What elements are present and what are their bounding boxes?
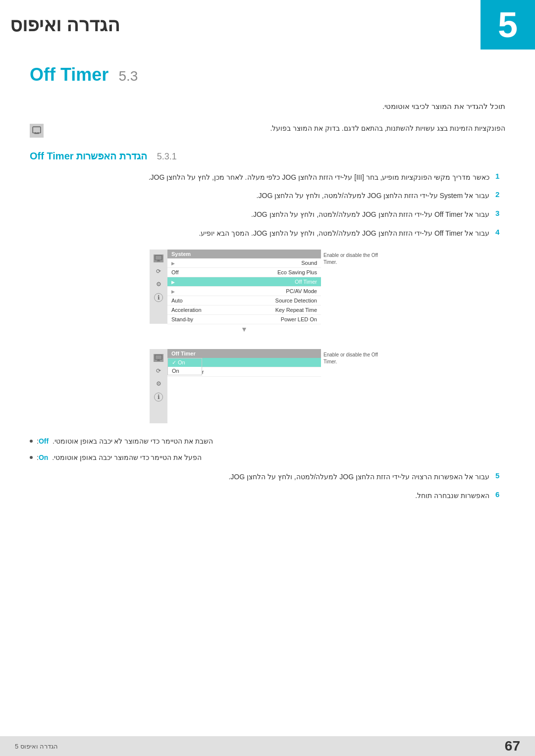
note-icon bbox=[30, 124, 44, 138]
step-number-5: 5 bbox=[495, 471, 505, 480]
bullet-off: השבת את הטיימר כדי שהמוצר לא יכבה באופן … bbox=[30, 436, 505, 448]
monitor-screen-1: System Sound Off Eco Saving Plus Off Tim… bbox=[167, 250, 321, 334]
popup-menu: ✓ On On bbox=[167, 358, 202, 375]
header: הגדרה ואיפוס 5 bbox=[0, 0, 535, 50]
step-item-4: 4 עבור אל Off Timer על-ידי הזזת הלחצן JO… bbox=[30, 228, 505, 240]
screen1-item-sound: Sound bbox=[167, 258, 321, 268]
step-number-6: 6 bbox=[495, 490, 505, 499]
step-text-4: עבור אל Off Timer על-ידי הזזת הלחצן JOG … bbox=[30, 228, 489, 240]
step-item-5: 5 עבור אל האפשרות הרצויה על-ידי הזזת הלח… bbox=[30, 471, 505, 483]
step-number-2: 2 bbox=[495, 190, 505, 199]
monitor-frame-1: ⟳ ⚙ ℹ System Sound Off Eco Saving Plus bbox=[150, 250, 385, 334]
svg-rect-7 bbox=[155, 355, 162, 359]
arrows-icon-1: ⟳ bbox=[154, 267, 163, 275]
note-text: הפונקציות הזמינות בצג עשויות להשתנות, בה… bbox=[49, 123, 505, 135]
footer-page-number: 67 bbox=[505, 738, 520, 754]
source-label: Source Detection bbox=[275, 298, 317, 303]
subsection-title: הגדרת האפשרות Off Timer bbox=[30, 150, 147, 162]
step-number-1: 1 bbox=[495, 172, 505, 180]
content-area: 5.3 Off Timer תוכל להגדיר את המוצר לכיבו… bbox=[0, 50, 535, 539]
bullet-off-term: Off bbox=[39, 437, 49, 445]
step-text-6: האפשרות שנבחרה תוחל. bbox=[30, 490, 489, 502]
keyrepeat-value: Acceleration bbox=[171, 307, 202, 313]
section-title: Off Timer bbox=[30, 64, 108, 85]
screen1-item-pcav: PC/AV Mode bbox=[167, 287, 321, 296]
subsection-number: 5.3.1 bbox=[157, 151, 177, 162]
chapter-number: 5 bbox=[481, 0, 535, 50]
monitor-icon-1 bbox=[154, 254, 163, 262]
powerled-value: Stand-by bbox=[171, 316, 193, 322]
step-number-4: 4 bbox=[495, 228, 505, 236]
svg-rect-0 bbox=[33, 127, 41, 133]
gear-icon-2: ⚙ bbox=[154, 380, 163, 388]
bullet-off-text-content: השבת את הטיימר כדי שהמוצר לא יכבה באופן … bbox=[53, 437, 213, 445]
info-icon-1: ℹ bbox=[154, 293, 163, 302]
source-value: Auto bbox=[171, 298, 183, 303]
screen1-item-keyrepeat: Acceleration Key Repeat Time bbox=[167, 305, 321, 315]
monitor-icon-2 bbox=[154, 354, 163, 362]
step-text-5: עבור אל האפשרות הרצויה על-ידי הזזת הלחצן… bbox=[30, 471, 489, 483]
powerled-label: Power LED On bbox=[281, 316, 317, 322]
bullet-dot-off bbox=[30, 440, 33, 443]
bullet-on-text-content: הפעל את הטיימר כדי שהמוצר יכבה באופן אוט… bbox=[52, 454, 202, 461]
intro-text: תוכל להגדיר את המוצר לכיבוי אוטומטי. bbox=[30, 100, 505, 113]
step-text-1: כאשר מדריך מקשי הפונקציות מופיע, בחר [II… bbox=[30, 172, 489, 184]
screen2-header: Off Timer bbox=[167, 349, 321, 358]
pcav-arrow bbox=[171, 288, 175, 294]
popup-item-on-selected: ✓ On bbox=[168, 358, 202, 367]
monitor-screen-2: Off Timer Off Timer ✓ On On Turn Off Aft… bbox=[167, 349, 321, 418]
eco-label: Eco Saving Plus bbox=[277, 269, 317, 275]
note-box: הפונקציות הזמינות בצג עשויות להשתנות, בה… bbox=[30, 123, 505, 138]
subsection-title-row: 5.3.1 הגדרת האפשרות Off Timer bbox=[30, 150, 505, 162]
popup-item-on: On bbox=[168, 367, 202, 375]
screen1-header: System bbox=[167, 250, 321, 258]
bullet-on-term: On bbox=[39, 454, 48, 461]
monitor-sidebar-2: ⟳ ⚙ ℹ bbox=[150, 349, 167, 423]
screen1-sidenote: Enable or disable the Off Timer. bbox=[321, 250, 385, 268]
chapter-title: הגדרה ואיפוס bbox=[0, 14, 120, 36]
section-title-row: 5.3 Off Timer bbox=[30, 64, 505, 85]
screen1-item-source: Auto Source Detection bbox=[167, 296, 321, 305]
monitor-frame-2: ⟳ ⚙ ℹ Off Timer Off Timer ✓ On On Turn O… bbox=[150, 349, 385, 423]
pcav-label: PC/AV Mode bbox=[286, 288, 317, 294]
screen2-sidenote: Enable or disable the Off Timer. bbox=[321, 349, 385, 368]
screen-pair: ⟳ ⚙ ℹ System Sound Off Eco Saving Plus bbox=[30, 250, 505, 423]
footer-text: הגדרה ואיפוס 5 bbox=[15, 743, 58, 750]
arrows-icon-2: ⟳ bbox=[154, 367, 163, 375]
step-item-1: 1 כאשר מדריך מקשי הפונקציות מופיע, בחר [… bbox=[30, 172, 505, 184]
info-icon-2: ℹ bbox=[154, 393, 163, 402]
keyrepeat-label: Key Repeat Time bbox=[275, 307, 317, 313]
offtimer-arrow bbox=[171, 279, 175, 285]
step-number-3: 3 bbox=[495, 209, 505, 217]
steps-list: 1 כאשר מדריך מקשי הפונקציות מופיע, בחר [… bbox=[30, 172, 505, 240]
sound-label: Sound bbox=[301, 260, 317, 266]
gear-icon-1: ⚙ bbox=[154, 280, 163, 288]
step-item-3: 3 עבור אל Off Timer על-ידי הזזת הלחצן JO… bbox=[30, 209, 505, 221]
bullet-list: השבת את הטיימר כדי שהמוצר לא יכבה באופן … bbox=[30, 436, 505, 464]
step-text-2: עבור אל System על-ידי הזזת הלחצן JOG למע… bbox=[30, 190, 489, 202]
bullet-dot-on bbox=[30, 456, 33, 459]
screen1-item-eco: Off Eco Saving Plus bbox=[167, 268, 321, 277]
step-text-3: עבור אל Off Timer על-ידי הזזת הלחצן JOG … bbox=[30, 209, 489, 221]
bullet-on-text: הפעל את הטיימר כדי שהמוצר יכבה באופן אוט… bbox=[37, 452, 202, 464]
bullet-off-text: השבת את הטיימר כדי שהמוצר לא יכבה באופן … bbox=[37, 436, 213, 448]
step-item-6: 6 האפשרות שנבחרה תוחל. bbox=[30, 490, 505, 502]
sound-arrow bbox=[171, 260, 175, 266]
footer: 67 הגדרה ואיפוס 5 bbox=[0, 736, 535, 756]
eco-value: Off bbox=[171, 269, 178, 275]
offtimer-label: Off Timer bbox=[295, 279, 317, 285]
monitor-sidebar-1: ⟳ ⚙ ℹ bbox=[150, 250, 167, 324]
screen2-item-offtimer: Off Timer ✓ On On bbox=[167, 358, 321, 367]
section-number: 5.3 bbox=[118, 68, 138, 84]
screen1-item-offtimer: Off Timer bbox=[167, 277, 321, 287]
svg-rect-4 bbox=[155, 255, 162, 260]
bullet-on: הפעל את הטיימר כדי שהמוצר יכבה באופן אוט… bbox=[30, 452, 505, 464]
screen1-item-powerled: Stand-by Power LED On bbox=[167, 315, 321, 324]
step-item-2: 2 עבור אל System על-ידי הזזת הלחצן JOG ל… bbox=[30, 190, 505, 202]
